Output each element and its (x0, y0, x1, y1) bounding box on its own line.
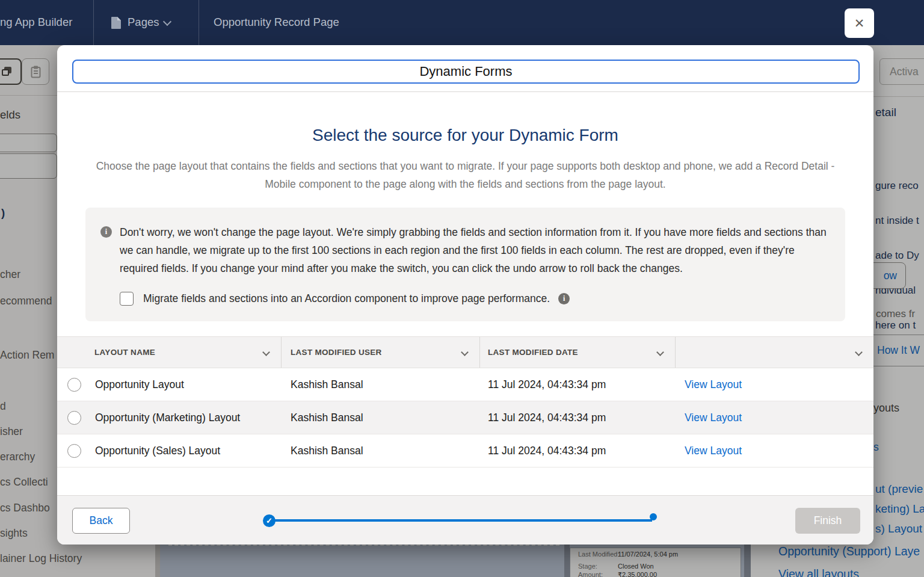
view-layout-link[interactable]: View Layout (685, 445, 742, 457)
back-button[interactable]: Back (72, 508, 130, 534)
close-button[interactable]: ✕ (845, 8, 874, 38)
user-cell: Kashish Bansal (282, 368, 480, 401)
column-header-layout-name[interactable]: LAYOUT NAME (57, 337, 282, 368)
step-current-icon (650, 513, 657, 520)
header-divider (199, 0, 199, 45)
layout-name: Opportunity (Marketing) Layout (95, 412, 240, 424)
layout-name-cell: Opportunity (Marketing) Layout (57, 401, 282, 434)
date-cell: 11 Jul 2024, 04:43:34 pm (480, 368, 676, 401)
modal-description: Choose the page layout that contains the… (81, 157, 851, 193)
modal-title: Dynamic Forms (419, 64, 512, 79)
info-box: i Don't worry, we won't change the page … (85, 208, 845, 321)
table-row: Opportunity Layout Kashish Bansal 11 Jul… (57, 368, 873, 401)
chevron-down-icon[interactable] (855, 348, 863, 356)
layout-name-cell: Opportunity Layout (57, 368, 282, 401)
page-icon (111, 17, 121, 29)
modal-title-focus-ring: Dynamic Forms (72, 60, 860, 84)
column-header-actions[interactable] (676, 337, 873, 368)
date-cell: 11 Jul 2024, 04:43:34 pm (480, 401, 676, 434)
pages-menu[interactable]: Pages (128, 16, 159, 29)
info-icon[interactable]: i (558, 293, 570, 304)
modal-footer: Back ✓ Finish (57, 495, 873, 545)
layouts-table: LAYOUT NAME LAST MODIFIED USER LAST MODI… (57, 336, 873, 467)
layout-name-cell: Opportunity (Sales) Layout (57, 434, 282, 467)
column-header-last-modified-user[interactable]: LAST MODIFIED USER (282, 337, 480, 368)
chevron-down-icon[interactable] (461, 348, 469, 356)
chevron-down-icon[interactable] (262, 348, 270, 356)
user-cell: Kashish Bansal (282, 401, 480, 434)
row-radio-button[interactable] (67, 411, 81, 425)
accordion-checkbox[interactable] (120, 292, 134, 306)
accordion-checkbox-label: Migrate fields and sections into an Acco… (143, 292, 550, 305)
row-radio-button[interactable] (67, 378, 81, 392)
user-cell: Kashish Bansal (282, 434, 480, 467)
dynamic-forms-modal: Dynamic Forms Select the source for your… (57, 45, 873, 545)
table-row: Opportunity (Marketing) Layout Kashish B… (57, 401, 873, 434)
modal-heading: Select the source for your Dynamic Form (57, 126, 873, 145)
accordion-checkbox-row: Migrate fields and sections into an Acco… (120, 292, 828, 306)
layout-name: Opportunity (Sales) Layout (95, 445, 220, 457)
app-builder-header: ng App Builder Pages Opportunity Record … (0, 0, 924, 45)
column-label: LAYOUT NAME (94, 348, 155, 357)
step-complete-icon: ✓ (263, 514, 276, 527)
layout-name: Opportunity Layout (95, 378, 184, 391)
finish-button[interactable]: Finish (795, 508, 860, 534)
table-row: Opportunity (Sales) Layout Kashish Bansa… (57, 434, 873, 467)
view-layout-link[interactable]: View Layout (685, 412, 742, 424)
chevron-down-icon (163, 17, 171, 26)
header-divider (93, 0, 94, 45)
app-screen: elds ) cher ecommend Action Rem d isher … (0, 0, 924, 577)
modal-title-bar: Dynamic Forms (57, 45, 873, 92)
row-radio-button[interactable] (67, 444, 81, 458)
chevron-down-icon[interactable] (656, 348, 664, 356)
column-label: LAST MODIFIED DATE (488, 348, 578, 357)
table-header: LAYOUT NAME LAST MODIFIED USER LAST MODI… (57, 336, 873, 368)
app-builder-title: ng App Builder (0, 16, 72, 29)
column-header-last-modified-date[interactable]: LAST MODIFIED DATE (480, 337, 676, 368)
info-text: Don't worry, we won't change the page la… (120, 223, 828, 277)
page-title: Opportunity Record Page (214, 16, 339, 29)
column-label: LAST MODIFIED USER (291, 348, 382, 357)
info-icon: i (100, 226, 112, 238)
view-layout-link[interactable]: View Layout (685, 378, 742, 391)
progress-track (270, 519, 652, 522)
date-cell: 11 Jul 2024, 04:43:34 pm (480, 434, 676, 467)
close-icon: ✕ (854, 16, 865, 31)
